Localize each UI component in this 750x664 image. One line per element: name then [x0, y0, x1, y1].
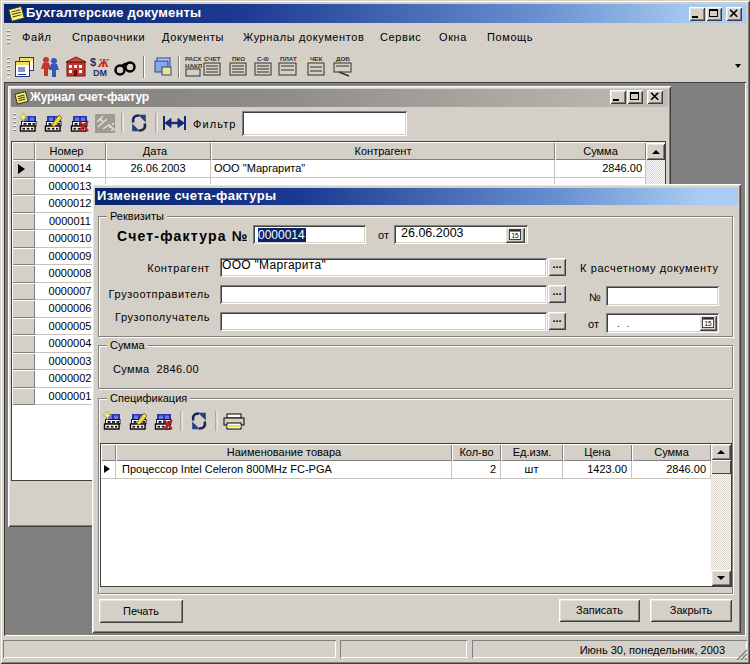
svg-text:РАСХ: РАСХ: [185, 55, 202, 62]
svg-text:СЧЕТ: СЧЕТ: [204, 55, 221, 62]
svg-text:ПКО: ПКО: [232, 55, 245, 62]
svg-text:ЧЕК: ЧЕК: [310, 55, 322, 62]
svg-text:15: 15: [511, 232, 519, 239]
svg-text:НАКЛ: НАКЛ: [185, 62, 202, 69]
svg-text:С-Ф: С-Ф: [257, 55, 270, 62]
svg-text:ПЛАТ: ПЛАТ: [280, 55, 297, 62]
svg-text:DM: DM: [93, 68, 107, 78]
svg-text:15: 15: [704, 320, 712, 327]
svg-text:$: $: [90, 56, 96, 68]
svg-text:ДОВ: ДОВ: [336, 55, 350, 62]
